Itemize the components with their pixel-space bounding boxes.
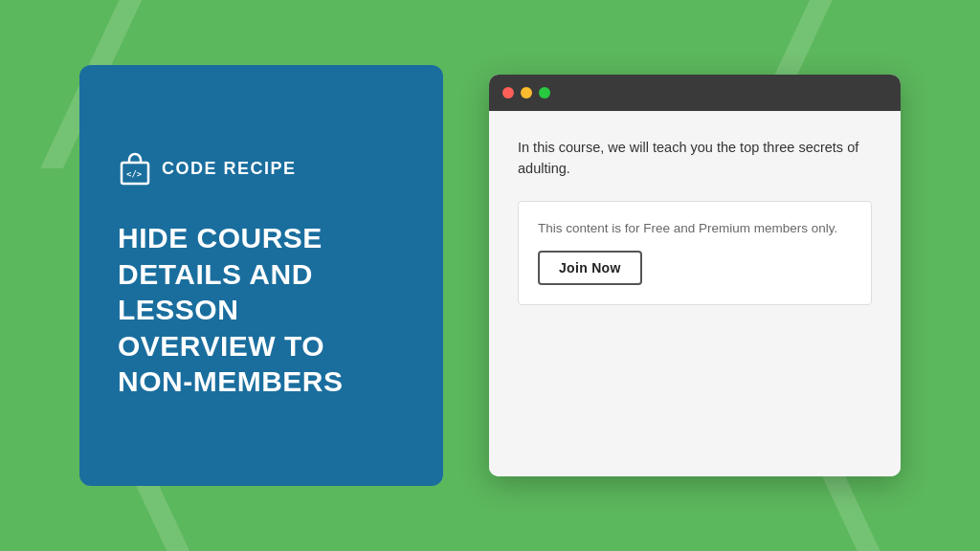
course-description: In this course, we will teach you the to… — [518, 138, 872, 180]
logo-area: </> CODE RECIPE — [118, 151, 405, 186]
card-title: HIDE COURSE DETAILS AND LESSON OVERVIEW … — [118, 220, 405, 400]
join-now-button[interactable]: Join Now — [538, 251, 642, 285]
svg-text:</>: </> — [126, 169, 143, 179]
logo-text: CODE RECIPE — [162, 159, 297, 179]
close-dot — [502, 87, 514, 99]
left-card: </> CODE RECIPE HIDE COURSE DETAILS AND … — [79, 65, 443, 486]
minimize-dot — [521, 87, 532, 99]
browser-content: In this course, we will teach you the to… — [489, 111, 901, 476]
maximize-dot — [539, 87, 550, 99]
browser-mockup: In this course, we will teach you the to… — [489, 75, 901, 476]
membership-text: This content is for Free and Premium mem… — [538, 221, 852, 235]
shopping-bag-code-icon: </> — [118, 151, 152, 186]
membership-box: This content is for Free and Premium mem… — [518, 201, 872, 305]
browser-titlebar — [489, 75, 901, 111]
